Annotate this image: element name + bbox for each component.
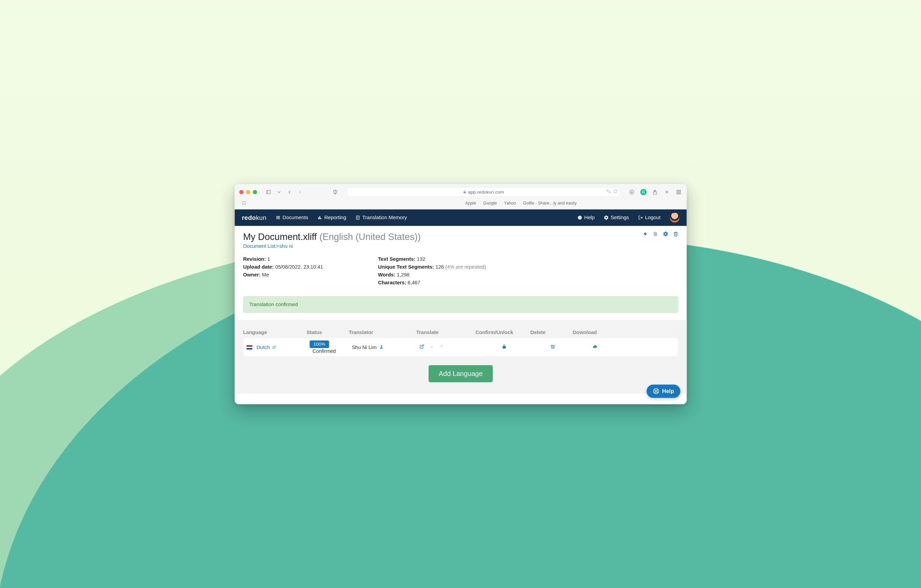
reload-icon[interactable] [613, 189, 617, 195]
minimize-window-button[interactable] [246, 190, 250, 194]
delete-language-icon[interactable] [550, 344, 555, 350]
nav-reporting[interactable]: Reporting [317, 214, 346, 220]
svg-line-36 [421, 345, 423, 347]
pretranslate-icon[interactable] [643, 231, 648, 238]
bookmark-gofile[interactable]: Gofile - Share…ly and easily [523, 200, 576, 205]
maximize-window-button[interactable] [252, 190, 257, 194]
col-status: Status [306, 329, 348, 335]
address-bar[interactable]: app.redokun.com [347, 187, 620, 196]
svg-rect-0 [267, 190, 270, 194]
close-window-button[interactable] [239, 190, 243, 194]
cell-translate [420, 344, 479, 350]
bookmark-apple[interactable]: Apple [465, 200, 476, 205]
brand-light: kun [256, 214, 267, 221]
arrow-up-icon[interactable] [439, 344, 444, 350]
svg-rect-8 [679, 190, 680, 192]
cell-status: 100% Confirmed [309, 340, 351, 354]
user-avatar[interactable] [670, 213, 679, 223]
upload-revision-icon[interactable] [653, 231, 658, 238]
svg-line-40 [657, 392, 657, 393]
apps-grid-icon[interactable] [240, 199, 247, 206]
bookmarks-bar: Apple Google Yahoo Gofile - Share…ly and… [239, 197, 682, 209]
flag-nl-icon [246, 345, 252, 350]
chars-value: 6,467 [407, 280, 420, 285]
cell-delete [533, 344, 576, 350]
document-settings-icon[interactable] [663, 231, 668, 238]
col-delete: Delete [530, 329, 573, 335]
success-banner: Translation confirmed [243, 296, 678, 313]
progress-badge: 100% [309, 340, 329, 348]
svg-line-39 [654, 389, 655, 390]
cell-confirm [478, 344, 533, 350]
col-download: Download [573, 329, 615, 335]
back-button[interactable] [286, 189, 293, 195]
sidebar-toggle-icon[interactable] [265, 189, 272, 195]
nav-logout[interactable]: Logout [638, 214, 660, 220]
browser-window: app.redokun.com G [234, 184, 687, 404]
breadcrumb-root[interactable]: Document List [243, 243, 275, 249]
svg-rect-21 [276, 217, 280, 218]
svg-point-35 [381, 345, 382, 347]
delete-document-icon[interactable] [673, 231, 678, 238]
shield-icon[interactable] [332, 189, 338, 195]
languages-section: Language Status Translator Translate Con… [234, 320, 687, 393]
new-tab-icon[interactable] [664, 189, 670, 195]
chevron-down-icon[interactable] [275, 189, 282, 195]
arrow-down-icon[interactable] [429, 344, 434, 350]
open-translate-icon[interactable] [420, 344, 424, 350]
unique-segments-note: (4% are repeated) [445, 264, 486, 270]
svg-point-14 [242, 202, 242, 203]
traffic-lights [239, 190, 257, 194]
table-row: Dutch 100% Confirmed Shu Ni Lim [243, 337, 678, 357]
nav-translation-memory[interactable]: Translation Memory [355, 214, 407, 220]
col-language: Language [243, 329, 306, 335]
svg-point-15 [243, 202, 244, 203]
download-language-icon[interactable] [592, 344, 597, 350]
external-link-icon [272, 345, 276, 349]
owner-value: Me [262, 272, 269, 277]
svg-rect-10 [679, 192, 680, 194]
svg-line-42 [657, 389, 657, 390]
brand-bold: redo [242, 214, 256, 221]
share-icon[interactable] [651, 189, 658, 195]
breadcrumb-current[interactable]: shu ni [279, 243, 293, 249]
translate-page-icon[interactable] [606, 189, 611, 195]
lock-icon [463, 189, 466, 195]
col-translator: Translator [348, 329, 416, 335]
col-translate: Translate [416, 329, 475, 335]
cell-download [576, 344, 618, 350]
forward-button[interactable] [296, 189, 303, 195]
col-confirm: Confirm/Unlock [475, 329, 530, 335]
nav-help[interactable]: ? Help [577, 214, 594, 220]
svg-point-17 [242, 204, 242, 205]
downloads-icon[interactable] [628, 189, 635, 195]
url-text: app.redokun.com [468, 189, 504, 195]
svg-point-19 [245, 204, 246, 205]
browser-chrome: app.redokun.com G [234, 184, 687, 209]
svg-rect-25 [320, 218, 321, 219]
text-segments-value: 132 [417, 256, 425, 262]
svg-line-41 [654, 392, 655, 393]
lock-status-icon[interactable] [501, 344, 506, 350]
revision-value: 1 [267, 256, 270, 262]
grammarly-icon[interactable]: G [640, 189, 647, 195]
upload-date-value: 05/08/2022, 23:10:41 [275, 264, 323, 270]
svg-rect-9 [677, 192, 678, 194]
nav-documents[interactable]: Documents [276, 214, 308, 220]
svg-point-16 [245, 202, 246, 203]
bookmark-yahoo[interactable]: Yahoo [504, 200, 516, 205]
app-navbar: redokun Documents Reporting Translation … [234, 209, 687, 226]
nav-settings[interactable]: Settings [604, 214, 629, 220]
table-header: Language Status Translator Translate Con… [243, 329, 678, 337]
cell-language[interactable]: Dutch [246, 344, 309, 350]
translator-name: Shu Ni Lim [351, 344, 376, 350]
add-language-button[interactable]: Add Language [428, 365, 493, 382]
help-fab[interactable]: Help [646, 384, 680, 398]
svg-text:?: ? [579, 216, 581, 219]
tab-overview-icon[interactable] [675, 189, 682, 195]
banner-text: Translation confirmed [249, 301, 298, 307]
unique-segments-value: 126 [435, 264, 444, 270]
bookmark-google[interactable]: Google [483, 200, 497, 205]
brand-logo[interactable]: redokun [242, 214, 266, 221]
svg-marker-33 [643, 232, 647, 236]
